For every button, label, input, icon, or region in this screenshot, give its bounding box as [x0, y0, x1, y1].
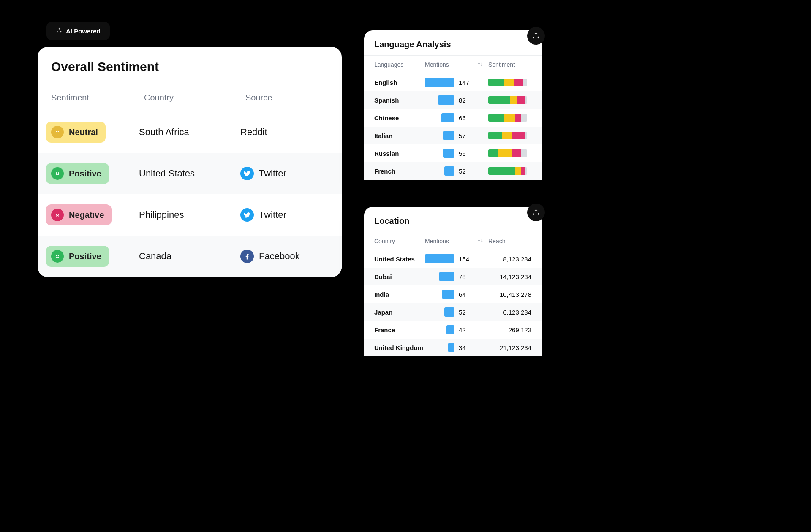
sort-icon	[477, 61, 483, 68]
mentions-cell: 78	[425, 272, 488, 281]
language-header-row: Languages Mentions Sentiment	[364, 55, 542, 73]
face-neutral-icon	[51, 126, 64, 138]
sentiment-bar	[488, 96, 527, 104]
header-languages[interactable]: Languages	[374, 61, 425, 68]
face-positive-icon	[51, 167, 64, 180]
mentions-cell: 66	[425, 113, 488, 122]
country-name: United States	[374, 255, 425, 263]
svg-point-5	[56, 214, 57, 215]
table-row[interactable]: NegativePhilippinesTwitter	[38, 194, 342, 236]
mentions-cell: 147	[425, 78, 488, 87]
reach-cell: 10,413,278	[488, 291, 531, 298]
reach-cell: 14,123,234	[488, 273, 531, 280]
svg-point-6	[58, 214, 59, 215]
table-row[interactable]: Russian56	[364, 144, 542, 162]
mentions-cell: 56	[425, 149, 488, 158]
header-mentions[interactable]: Mentions	[425, 237, 488, 244]
table-row[interactable]: Dubai7814,123,234	[364, 268, 542, 285]
ai-powered-label: AI Powered	[66, 27, 101, 35]
table-row[interactable]: Japan526,123,234	[364, 303, 542, 321]
overall-header-row: Sentiment Country Source	[38, 84, 342, 111]
overall-sentiment-title: Overall Sentiment	[38, 47, 342, 84]
sentiment-bar	[488, 79, 527, 86]
mentions-cell: 42	[425, 325, 488, 334]
country-cell: Canada	[139, 251, 240, 262]
header-country[interactable]: Country	[374, 238, 425, 244]
table-row[interactable]: NeutralSouth AfricaReddit	[38, 111, 342, 153]
sparkle-icon	[527, 27, 545, 45]
table-row[interactable]: Chinese66	[364, 109, 542, 127]
mentions-cell: 52	[425, 307, 488, 317]
header-sentiment[interactable]: Sentiment	[488, 61, 531, 68]
twitter-icon	[240, 167, 254, 180]
svg-point-0	[56, 131, 57, 132]
country-cell: South Africa	[139, 127, 240, 138]
mentions-cell: 82	[425, 95, 488, 105]
table-row[interactable]: English147	[364, 73, 542, 91]
sparkle-icon	[56, 27, 63, 35]
country-cell: United States	[139, 168, 240, 179]
sort-icon	[477, 237, 483, 244]
table-row[interactable]: PositiveCanadaFacebook	[38, 236, 342, 277]
country-name: Dubai	[374, 273, 425, 280]
language-analysis-card: Language Analysis Languages Mentions Sen…	[364, 30, 542, 180]
sentiment-pill: Neutral	[46, 122, 106, 143]
svg-point-3	[56, 173, 57, 174]
svg-point-1	[58, 131, 59, 132]
table-row[interactable]: French52	[364, 162, 542, 180]
sentiment-bar	[488, 167, 527, 175]
source-cell: Reddit	[240, 127, 333, 138]
language-name: English	[374, 79, 425, 86]
header-source[interactable]: Source	[245, 93, 328, 103]
location-header-row: Country Mentions Reach	[364, 232, 542, 250]
svg-point-8	[58, 255, 59, 256]
table-row[interactable]: United Kingdom3421,123,234	[364, 339, 542, 356]
face-positive-icon	[51, 250, 64, 263]
source-cell: Facebook	[240, 250, 333, 263]
reach-cell: 8,123,234	[488, 255, 531, 263]
sentiment-bar	[488, 149, 527, 157]
language-name: Italian	[374, 132, 425, 139]
sparkle-icon	[527, 204, 545, 221]
source-cell: Twitter	[240, 208, 333, 222]
source-label: Facebook	[259, 251, 300, 262]
country-name: Japan	[374, 309, 425, 316]
header-sentiment[interactable]: Sentiment	[51, 93, 144, 103]
sentiment-label: Neutral	[69, 128, 98, 137]
face-negative-icon	[51, 209, 64, 221]
sentiment-pill: Positive	[46, 163, 109, 184]
country-cell: Philippines	[139, 209, 240, 220]
mentions-cell: 57	[425, 131, 488, 140]
sentiment-label: Negative	[69, 210, 104, 220]
language-name: Spanish	[374, 97, 425, 104]
mentions-cell: 52	[425, 166, 488, 176]
table-row[interactable]: United States1548,123,234	[364, 250, 542, 268]
header-reach[interactable]: Reach	[488, 238, 531, 244]
header-mentions[interactable]: Mentions	[425, 61, 488, 68]
location-title: Location	[364, 207, 542, 232]
country-name: India	[374, 291, 425, 298]
table-row[interactable]: France42269,123	[364, 321, 542, 339]
reach-cell: 21,123,234	[488, 344, 531, 351]
language-name: French	[374, 168, 425, 175]
sentiment-pill: Positive	[46, 246, 109, 267]
country-name: United Kingdom	[374, 344, 425, 351]
language-name: Chinese	[374, 114, 425, 122]
table-row[interactable]: Spanish82	[364, 91, 542, 109]
facebook-icon	[240, 250, 254, 263]
svg-point-7	[56, 255, 57, 256]
header-country[interactable]: Country	[144, 93, 245, 103]
overall-sentiment-card: Overall Sentiment Sentiment Country Sour…	[38, 47, 342, 277]
table-row[interactable]: Italian57	[364, 127, 542, 144]
sentiment-bar	[488, 114, 527, 122]
sentiment-label: Positive	[69, 252, 101, 261]
sentiment-pill: Negative	[46, 204, 112, 225]
language-name: Russian	[374, 150, 425, 157]
source-label: Reddit	[240, 127, 267, 138]
reach-cell: 269,123	[488, 326, 531, 334]
table-row[interactable]: India6410,413,278	[364, 285, 542, 303]
ai-powered-badge: AI Powered	[46, 22, 110, 40]
language-analysis-title: Language Analysis	[364, 30, 542, 55]
source-label: Twitter	[259, 168, 286, 179]
table-row[interactable]: PositiveUnited StatesTwitter	[38, 153, 342, 194]
